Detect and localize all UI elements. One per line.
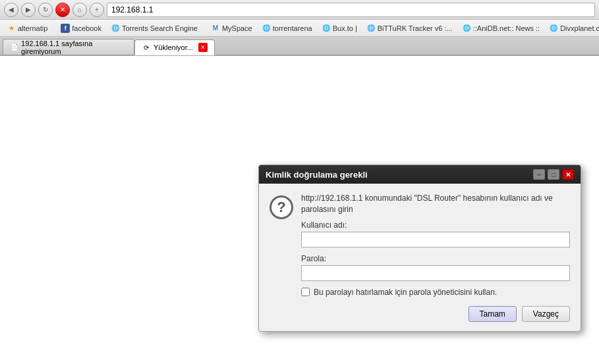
bookmark-torrentarena[interactable]: 🌐 torrentarena	[258, 22, 316, 34]
back-button[interactable]: ◀	[4, 3, 18, 17]
address-bar[interactable]	[107, 3, 595, 17]
minimize-button[interactable]: –	[533, 169, 545, 180]
navigation-bar: ◀ ▶ ↻ ✕ ⌂ +	[0, 0, 599, 20]
bookmark-divx[interactable]: 🌐 Divxplanet.com	[545, 22, 599, 34]
dialog-description: http://192.168.1.1 konumundaki "DSL Rout…	[301, 193, 570, 215]
bookmark-label: ::AniDB.net:: News ::	[473, 24, 540, 32]
question-icon: ?	[270, 195, 293, 219]
dialog-title: Kimlik doğrulama gerekli	[266, 170, 368, 180]
globe-icon: 🌐	[366, 24, 376, 33]
bookmark-torrents[interactable]: 🌐 Torrents Search Engine	[107, 22, 202, 34]
password-label: Parola:	[301, 254, 570, 263]
bookmark-label: Bux.to |	[333, 24, 357, 32]
bookmark-label: BiTTuRK Tracker v6 :...	[378, 24, 453, 32]
bookmark-anidb[interactable]: 🌐 ::AniDB.net:: News ::	[458, 22, 544, 34]
dialog-body: ? http://192.168.1.1 konumundaki "DSL Ro…	[259, 184, 581, 331]
tab-loading-icon: ⟳	[142, 43, 151, 52]
home-button[interactable]: ⌂	[72, 3, 87, 17]
bookmark-alternatip[interactable]: ★ alternatip	[3, 22, 51, 34]
myspace-icon: M	[211, 24, 220, 33]
star-icon: ★	[7, 24, 16, 33]
username-label: Kullanıcı adı:	[301, 221, 570, 230]
browser-chrome: ◀ ▶ ↻ ✕ ⌂ + ★ alternatip f facebook 🌐 To…	[0, 0, 599, 56]
bookmark-facebook[interactable]: f facebook	[57, 22, 105, 34]
facebook-icon: f	[61, 24, 70, 33]
password-input[interactable]	[301, 265, 570, 281]
bookmark-label: alternatip	[18, 24, 47, 32]
tab-1[interactable]: 📄 192.168.1.1 sayfasına giremiyorum	[3, 39, 134, 55]
tabs-bar: 📄 192.168.1.1 sayfasına giremiyorum ⟳ Yü…	[0, 37, 599, 55]
tab-label: Yükleniyor...	[154, 43, 193, 51]
username-input[interactable]	[301, 232, 570, 247]
globe-icon: 🌐	[549, 24, 558, 33]
dialog-overlay: Kimlik doğrulama gerekli – □ ✕ ? http://…	[0, 56, 599, 364]
forward-button[interactable]: ▶	[21, 3, 36, 17]
new-tab-button[interactable]: +	[90, 3, 104, 17]
globe-icon: 🌐	[111, 24, 120, 33]
maximize-button[interactable]: □	[548, 169, 559, 180]
remember-password-row: Bu parolayı hatırlamak için parola yönet…	[301, 288, 570, 297]
auth-dialog: Kimlik doğrulama gerekli – □ ✕ ? http://…	[258, 165, 581, 332]
bookmark-label: MySpace	[222, 24, 252, 32]
bookmark-myspace[interactable]: M MySpace	[207, 22, 256, 34]
ok-button[interactable]: Tamam	[469, 306, 517, 322]
close-button[interactable]: ✕	[562, 169, 574, 180]
bookmark-label: Divxplanet.com	[560, 24, 599, 32]
bookmark-label: torrentarena	[273, 24, 312, 32]
stop-button[interactable]: ✕	[55, 3, 70, 17]
tab-label: 192.168.1.1 sayfasına giremiyorum	[21, 39, 127, 55]
bookmark-bitturk[interactable]: 🌐 BiTTuRK Tracker v6 :...	[362, 22, 457, 34]
globe-icon: 🌐	[262, 24, 271, 33]
bookmark-bux[interactable]: 🌐 Bux.to |	[318, 22, 361, 34]
window-controls: – □ ✕	[533, 169, 574, 180]
bookmarks-bar: ★ alternatip f facebook 🌐 Torrents Searc…	[0, 20, 599, 37]
bookmark-label: Torrents Search Engine	[122, 24, 198, 32]
dialog-content: http://192.168.1.1 konumundaki "DSL Rout…	[301, 193, 570, 322]
remember-password-checkbox[interactable]	[301, 288, 310, 296]
tab-close-button[interactable]: ✕	[198, 43, 208, 52]
dialog-icon-area: ?	[270, 193, 293, 322]
remember-password-label: Bu parolayı hatırlamak için parola yönet…	[314, 288, 497, 297]
dialog-titlebar: Kimlik doğrulama gerekli – □ ✕	[259, 165, 581, 184]
main-content: Kimlik doğrulama gerekli – □ ✕ ? http://…	[0, 56, 599, 364]
reload-button[interactable]: ↻	[38, 3, 53, 17]
tab-2[interactable]: ⟳ Yükleniyor... ✕	[134, 39, 215, 55]
tab-page-icon: 📄	[10, 43, 18, 52]
globe-icon: 🌐	[462, 24, 471, 33]
bookmark-label: facebook	[72, 24, 101, 32]
dialog-buttons: Tamam Vazgeç	[301, 306, 570, 322]
cancel-button[interactable]: Vazgeç	[522, 306, 570, 322]
globe-icon: 🌐	[322, 24, 331, 33]
